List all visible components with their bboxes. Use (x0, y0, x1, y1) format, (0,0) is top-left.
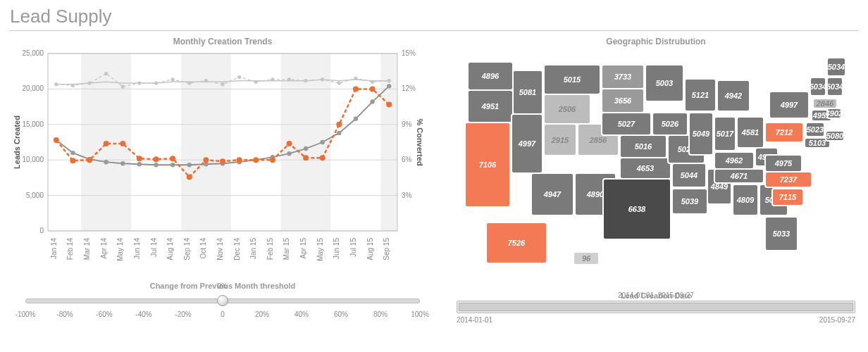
svg-point-52 (170, 163, 175, 167)
svg-text:Jul 14: Jul 14 (150, 238, 158, 257)
date-range-label: 2014-01-01..2015-09-27 (457, 291, 855, 299)
state-value-MI: 4942 (724, 92, 742, 100)
svg-text:Feb 15: Feb 15 (266, 238, 274, 260)
svg-point-59 (287, 151, 291, 156)
svg-point-81 (303, 155, 309, 161)
svg-point-82 (320, 155, 326, 161)
state-value-OH: 4581 (741, 128, 759, 137)
svg-point-75 (203, 157, 209, 163)
threshold-slider-block: Change from Previous Month threshold 0% … (10, 282, 435, 322)
threshold-slider-ticks: -100%-80%-60%-40%-20%020%40%60%80%100% (25, 310, 420, 322)
svg-point-97 (221, 82, 224, 86)
dashboard-root: Lead Supply Monthly Creation Trends 05,0… (0, 0, 868, 332)
svg-point-65 (387, 84, 391, 88)
svg-text:Jul 15: Jul 15 (349, 238, 357, 257)
svg-text:May 14: May 14 (116, 238, 124, 261)
svg-point-76 (220, 158, 225, 164)
svg-point-87 (54, 82, 58, 86)
svg-point-77 (237, 157, 242, 163)
svg-point-80 (286, 141, 292, 146)
svg-text:Apr 15: Apr 15 (299, 238, 307, 259)
svg-point-49 (120, 161, 125, 165)
svg-text:Jun 15: Jun 15 (333, 238, 340, 259)
state-value-CO: 2856 (589, 136, 607, 144)
state-value-CA: 7106 (479, 161, 497, 169)
state-value-HI: 96 (582, 254, 591, 263)
svg-point-106 (371, 80, 374, 84)
svg-point-91 (121, 84, 125, 88)
svg-point-83 (336, 122, 342, 127)
svg-point-72 (154, 156, 159, 162)
svg-point-66 (54, 137, 59, 143)
state-value-AR: 5044 (681, 171, 698, 180)
state-value-OR: 4951 (481, 102, 499, 111)
svg-point-94 (171, 77, 175, 81)
trends-chart[interactable]: 05,00010,00015,00020,00025,0003%6%9%12%1… (10, 49, 435, 275)
state-value-RI: 4902 (825, 109, 843, 118)
svg-point-68 (87, 157, 92, 163)
state-value-PA: 7212 (776, 128, 793, 137)
state-value-AZ: 4947 (543, 190, 562, 199)
svg-text:0: 0 (39, 227, 44, 234)
svg-text:Sep 15: Sep 15 (383, 238, 390, 260)
svg-text:3%: 3% (402, 191, 412, 199)
svg-point-89 (87, 81, 91, 84)
threshold-tick: -60% (96, 310, 112, 318)
svg-point-48 (104, 160, 108, 164)
svg-text:Oct 14: Oct 14 (199, 238, 207, 259)
svg-point-73 (170, 156, 175, 161)
geo-panel: Geographic Distrubution 4896495171064997… (454, 37, 858, 324)
svg-point-46 (70, 151, 75, 155)
svg-point-104 (337, 81, 341, 84)
geo-map[interactable]: 4896495171064997508150152506291528564947… (454, 49, 858, 275)
threshold-slider[interactable] (25, 292, 420, 309)
svg-point-92 (137, 81, 141, 84)
svg-text:15,000: 15,000 (22, 120, 44, 128)
svg-text:Jan 15: Jan 15 (249, 238, 257, 259)
svg-point-53 (187, 163, 192, 167)
state-value-KS: 5016 (635, 142, 652, 151)
state-value-MN: 5003 (656, 79, 673, 87)
state-value-IA: 5026 (662, 120, 679, 128)
svg-point-62 (337, 131, 341, 135)
threshold-slider-handle[interactable] (217, 295, 228, 306)
svg-text:25,000: 25,000 (22, 49, 44, 57)
svg-point-60 (304, 146, 308, 151)
state-value-MA: 2846 (816, 99, 834, 108)
state-value-NC: 7237 (780, 175, 798, 184)
state-value-ND: 3733 (614, 73, 631, 81)
threshold-tick: 100% (411, 310, 429, 318)
svg-point-105 (354, 77, 357, 80)
state-value-WY: 2506 (558, 105, 576, 113)
state-value-MD: 5103 (809, 139, 826, 147)
svg-text:12%: 12% (402, 84, 416, 92)
threshold-tick: -20% (175, 310, 191, 318)
threshold-tick: 80% (373, 310, 388, 318)
svg-point-50 (137, 162, 142, 166)
svg-text:Jan 14: Jan 14 (50, 238, 58, 259)
date-slider[interactable] (457, 301, 855, 313)
svg-point-99 (254, 80, 258, 84)
state-value-DE: 5080 (826, 132, 844, 140)
svg-point-70 (120, 141, 125, 146)
state-value-AK: 7526 (508, 239, 526, 247)
svg-point-64 (370, 99, 374, 103)
svg-text:% Converted: % Converted (416, 118, 424, 165)
svg-text:Mar 14: Mar 14 (83, 238, 91, 260)
svg-point-98 (237, 75, 241, 79)
threshold-tick: 40% (294, 310, 309, 318)
svg-point-107 (388, 79, 391, 82)
svg-point-88 (71, 84, 75, 87)
svg-text:20,000: 20,000 (22, 84, 44, 92)
svg-point-78 (253, 157, 259, 163)
trends-panel: Monthly Creation Trends 05,00010,00015,0… (10, 37, 435, 324)
state-value-SC: 7115 (779, 193, 797, 201)
svg-point-95 (187, 81, 191, 84)
trends-svg: 05,00010,00015,00020,00025,0003%6%9%12%1… (10, 49, 426, 275)
state-value-LA: 5039 (681, 197, 699, 206)
svg-point-90 (104, 72, 108, 75)
svg-point-86 (386, 102, 392, 108)
state-value-NY: 4997 (780, 101, 798, 109)
state-value-TX: 6638 (628, 205, 646, 213)
svg-text:Sep 14: Sep 14 (183, 238, 191, 260)
